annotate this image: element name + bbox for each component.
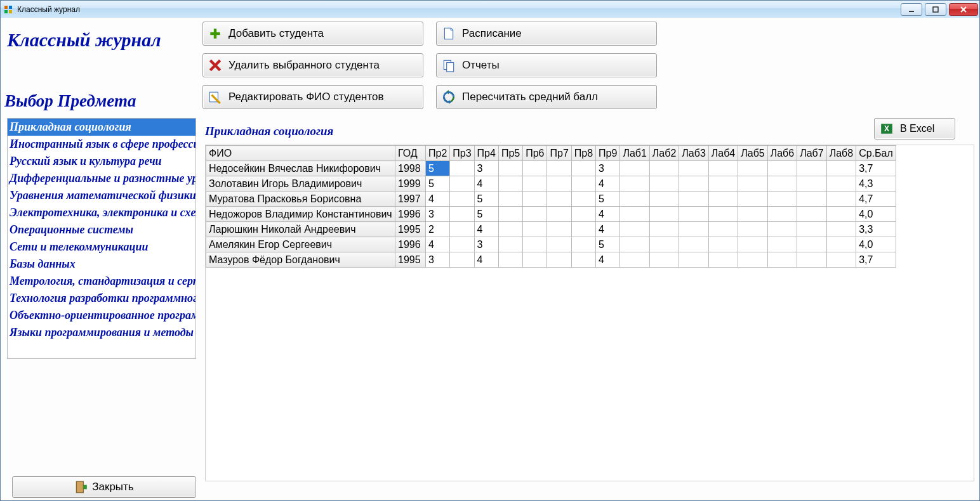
table-cell[interactable] (679, 176, 708, 192)
table-cell[interactable] (498, 222, 522, 237)
table-cell[interactable] (571, 222, 595, 237)
table-cell[interactable] (649, 161, 679, 176)
table-cell[interactable]: 5 (596, 192, 620, 207)
subject-list-item[interactable]: Уравнения математической физики (8, 187, 195, 204)
maximize-button[interactable] (925, 3, 946, 16)
table-cell[interactable] (708, 161, 738, 176)
table-cell[interactable] (826, 237, 856, 252)
table-cell[interactable] (649, 207, 679, 222)
table-cell[interactable] (797, 192, 826, 207)
table-cell[interactable] (450, 207, 474, 222)
table-cell[interactable] (523, 252, 547, 268)
table-cell[interactable] (450, 176, 474, 192)
table-cell[interactable] (738, 207, 767, 222)
table-cell[interactable]: 4 (426, 237, 450, 252)
table-cell[interactable]: 2 (426, 222, 450, 237)
table-cell[interactable] (767, 161, 797, 176)
subject-list-item[interactable]: Сети и телекоммуникации (8, 238, 195, 256)
column-header[interactable]: Пр3 (450, 146, 474, 161)
table-cell[interactable]: Амелякин Егор Сергеевич (206, 237, 395, 252)
table-row[interactable]: Золотавин Игорь Владимирович19995444,3 (206, 176, 896, 192)
table-cell[interactable]: 1995 (395, 252, 426, 268)
table-cell[interactable]: Недосейкин Вячеслав Никифорович (206, 161, 395, 176)
table-cell[interactable]: 4 (426, 192, 450, 207)
table-cell[interactable]: Золотавин Игорь Владимирович (206, 176, 395, 192)
table-cell[interactable] (547, 176, 571, 192)
table-cell[interactable]: Мазуров Фёдор Богданович (206, 252, 395, 268)
table-cell[interactable] (797, 252, 826, 268)
table-cell[interactable]: 4,0 (856, 237, 896, 252)
minimize-button[interactable] (901, 3, 922, 16)
table-cell[interactable]: 4 (474, 222, 498, 237)
column-header[interactable]: Пр2 (426, 146, 450, 161)
table-cell[interactable] (767, 207, 797, 222)
table-cell[interactable] (523, 237, 547, 252)
table-cell[interactable] (679, 192, 708, 207)
table-cell[interactable] (649, 252, 679, 268)
table-cell[interactable]: 3,7 (856, 161, 896, 176)
table-cell[interactable]: 1996 (395, 237, 426, 252)
subject-list-item[interactable]: Прикладная социология (8, 119, 195, 136)
reports-button[interactable]: Отчеты (436, 53, 657, 77)
table-cell[interactable]: 5 (426, 176, 450, 192)
table-cell[interactable] (620, 161, 649, 176)
table-cell[interactable]: 3,7 (856, 252, 896, 268)
table-cell[interactable]: Муратова Прасковья Борисовна (206, 192, 395, 207)
table-cell[interactable]: 3 (474, 237, 498, 252)
table-cell[interactable]: 3 (426, 252, 450, 268)
table-cell[interactable] (797, 222, 826, 237)
table-cell[interactable]: 4 (596, 222, 620, 237)
subject-list-item[interactable]: Электротехника, электроника и схемотехни… (8, 204, 195, 221)
table-cell[interactable] (547, 161, 571, 176)
table-cell[interactable] (547, 237, 571, 252)
column-header[interactable]: Лаб8 (826, 146, 856, 161)
table-cell[interactable] (523, 161, 547, 176)
table-cell[interactable]: 4 (474, 252, 498, 268)
subject-list-item[interactable]: Операционные системы (8, 221, 195, 238)
table-cell[interactable] (826, 222, 856, 237)
column-header[interactable]: Лаб2 (649, 146, 679, 161)
table-cell[interactable] (498, 252, 522, 268)
table-cell[interactable] (450, 222, 474, 237)
export-excel-button[interactable]: X В Excel (874, 118, 955, 140)
table-cell[interactable]: 4,3 (856, 176, 896, 192)
table-cell[interactable]: 4 (596, 176, 620, 192)
table-cell[interactable] (708, 192, 738, 207)
close-button[interactable]: Закрыть (12, 476, 196, 498)
table-cell[interactable] (498, 207, 522, 222)
edit-students-button[interactable]: Редактировать ФИО студентов (202, 85, 423, 109)
table-cell[interactable] (523, 207, 547, 222)
table-cell[interactable] (571, 207, 595, 222)
table-cell[interactable] (767, 252, 797, 268)
column-header[interactable]: ГОД (395, 146, 426, 161)
table-cell[interactable]: 4 (474, 176, 498, 192)
table-cell[interactable] (679, 252, 708, 268)
table-cell[interactable] (826, 252, 856, 268)
table-cell[interactable]: 5 (474, 207, 498, 222)
column-header[interactable]: Ср.Бал (856, 146, 896, 161)
table-cell[interactable] (450, 252, 474, 268)
table-cell[interactable] (450, 237, 474, 252)
table-cell[interactable] (523, 192, 547, 207)
delete-student-button[interactable]: Удалить выбранного студента (202, 53, 423, 77)
students-grid[interactable]: ФИОГОДПр2Пр3Пр4Пр5Пр6Пр7Пр8Пр9Лаб1Лаб2Ла… (206, 145, 896, 268)
table-cell[interactable]: 5 (474, 192, 498, 207)
table-cell[interactable] (797, 207, 826, 222)
table-cell[interactable] (571, 176, 595, 192)
column-header[interactable]: Лаб5 (738, 146, 767, 161)
table-cell[interactable] (767, 222, 797, 237)
table-cell[interactable]: 3 (474, 161, 498, 176)
table-cell[interactable] (826, 207, 856, 222)
table-cell[interactable] (679, 207, 708, 222)
table-cell[interactable] (708, 237, 738, 252)
table-cell[interactable] (571, 192, 595, 207)
table-cell[interactable]: 1999 (395, 176, 426, 192)
close-window-button[interactable] (949, 3, 978, 16)
column-header[interactable]: ФИО (206, 146, 395, 161)
table-cell[interactable] (826, 176, 856, 192)
column-header[interactable]: Лаб7 (797, 146, 826, 161)
table-row[interactable]: Муратова Прасковья Борисовна19974554,7 (206, 192, 896, 207)
table-cell[interactable] (620, 237, 649, 252)
table-cell[interactable] (679, 222, 708, 237)
table-cell[interactable]: 4,0 (856, 207, 896, 222)
